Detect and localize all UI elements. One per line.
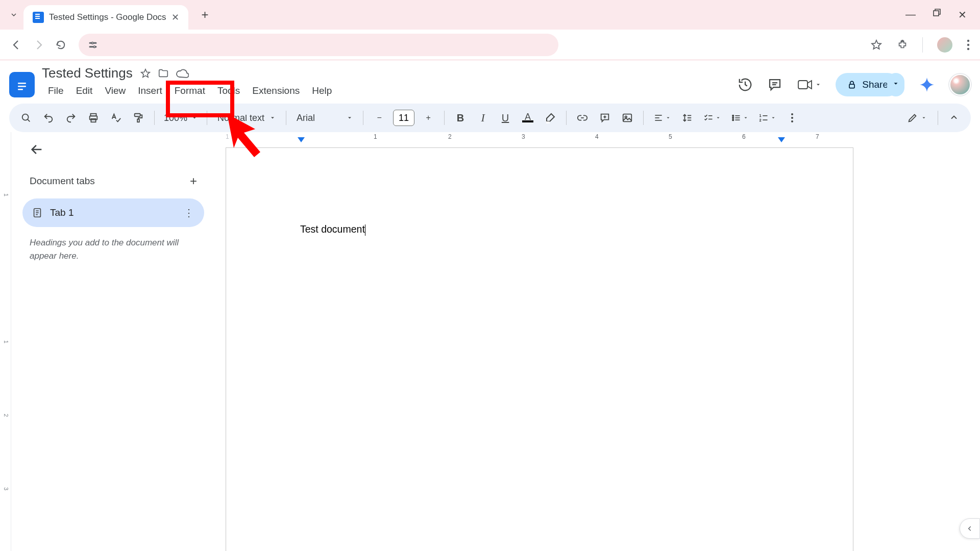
svg-marker-64 xyxy=(923,117,925,119)
add-comment-icon[interactable] xyxy=(595,108,615,128)
share-dropdown[interactable] xyxy=(887,73,904,96)
move-icon[interactable] xyxy=(157,68,169,79)
docs-favicon-icon xyxy=(33,12,44,23)
tab-label: Tab 1 xyxy=(50,207,74,218)
hide-menus-icon[interactable] xyxy=(944,108,964,128)
chrome-menu-icon[interactable] xyxy=(967,39,970,51)
lock-icon xyxy=(847,80,857,90)
toolbar: 100% Normal text Arial − + B I U A 12 xyxy=(9,104,971,132)
svg-marker-31 xyxy=(193,117,196,119)
new-tab-button[interactable]: + xyxy=(195,5,215,24)
svg-marker-70 xyxy=(227,114,260,157)
italic-button[interactable]: I xyxy=(473,108,493,128)
document-title[interactable]: Tested Settings xyxy=(42,65,133,81)
profile-avatar[interactable] xyxy=(937,37,952,53)
account-avatar[interactable] xyxy=(949,74,971,95)
right-indent-marker[interactable] xyxy=(778,137,785,142)
undo-icon[interactable] xyxy=(39,108,58,128)
spellcheck-icon[interactable] xyxy=(106,108,126,128)
sidebar-back-icon[interactable] xyxy=(30,142,204,157)
svg-rect-0 xyxy=(934,11,939,16)
zoom-select[interactable]: 100% xyxy=(161,113,201,123)
svg-rect-36 xyxy=(623,114,632,122)
svg-point-6 xyxy=(93,45,95,47)
menu-help[interactable]: Help xyxy=(306,83,338,98)
svg-point-23 xyxy=(22,114,29,120)
window-maximize-icon[interactable] xyxy=(933,9,941,21)
horizontal-ruler[interactable]: 1 1 2 3 4 5 6 7 xyxy=(215,132,980,143)
svg-marker-20 xyxy=(817,84,820,85)
align-button[interactable] xyxy=(650,108,674,128)
browser-tab[interactable]: Tested Settings - Google Docs ✕ xyxy=(23,5,188,30)
window-minimize-icon[interactable]: ― xyxy=(905,9,916,21)
text-color-button[interactable]: A xyxy=(518,108,537,128)
menu-extensions[interactable]: Extensions xyxy=(246,83,306,98)
nav-reload-button[interactable] xyxy=(55,39,66,51)
svg-marker-15 xyxy=(141,69,150,77)
cloud-status-icon[interactable] xyxy=(176,68,189,79)
menu-format[interactable]: Format xyxy=(168,83,211,98)
nav-back-button[interactable] xyxy=(10,39,22,51)
svg-line-24 xyxy=(28,119,30,121)
tab-close-icon[interactable]: ✕ xyxy=(172,12,179,23)
menu-insert[interactable]: Insert xyxy=(132,83,168,98)
left-indent-marker[interactable] xyxy=(298,137,305,142)
tab-title: Tested Settings - Google Docs xyxy=(49,12,166,22)
star-icon[interactable] xyxy=(140,68,151,79)
menu-edit[interactable]: Edit xyxy=(70,83,99,98)
text-cursor xyxy=(365,224,365,236)
svg-point-9 xyxy=(967,39,969,41)
svg-rect-13 xyxy=(18,86,26,87)
docs-logo-icon[interactable] xyxy=(9,72,35,97)
increase-font-size[interactable]: + xyxy=(419,108,438,128)
insert-link-icon[interactable] xyxy=(573,108,592,128)
search-menus-icon[interactable] xyxy=(16,108,36,128)
svg-point-50 xyxy=(732,117,734,119)
svg-point-61 xyxy=(791,113,793,115)
redo-icon[interactable] xyxy=(61,108,81,128)
svg-point-49 xyxy=(732,115,734,117)
decrease-font-size[interactable]: − xyxy=(370,108,389,128)
meet-icon[interactable] xyxy=(797,78,821,91)
more-toolbar-icon[interactable] xyxy=(782,108,802,128)
paint-format-icon[interactable] xyxy=(129,108,148,128)
underline-button[interactable]: U xyxy=(496,108,515,128)
document-body-text[interactable]: Test document xyxy=(300,223,365,236)
comments-icon[interactable] xyxy=(767,77,782,92)
svg-rect-12 xyxy=(18,83,26,84)
menu-tools[interactable]: Tools xyxy=(211,83,246,98)
editing-mode-button[interactable] xyxy=(902,108,932,128)
menu-file[interactable]: File xyxy=(42,83,70,98)
gemini-icon[interactable] xyxy=(919,77,935,93)
add-tab-icon[interactable]: + xyxy=(190,174,197,188)
line-spacing-icon[interactable] xyxy=(677,108,697,128)
svg-marker-22 xyxy=(894,83,898,85)
menu-view[interactable]: View xyxy=(99,83,132,98)
document-page[interactable]: Test document xyxy=(226,147,853,551)
version-history-icon[interactable] xyxy=(738,77,753,92)
document-tab-1[interactable]: Tab 1 ⋮ xyxy=(22,198,204,227)
svg-marker-41 xyxy=(667,117,670,119)
highlight-color-button[interactable] xyxy=(541,108,560,128)
svg-marker-33 xyxy=(348,117,351,119)
outline-sidebar: Document tabs + Tab 1 ⋮ Headings you add… xyxy=(11,132,215,551)
bold-button[interactable]: B xyxy=(451,108,470,128)
side-panel-toggle[interactable] xyxy=(960,518,980,539)
outline-hint: Headings you add to the document will ap… xyxy=(30,236,197,262)
bulleted-list-icon[interactable] xyxy=(727,108,752,128)
address-bar[interactable] xyxy=(79,34,558,56)
checklist-icon[interactable] xyxy=(700,108,724,128)
tab-search-button[interactable] xyxy=(6,7,21,22)
font-size-input[interactable] xyxy=(393,110,414,126)
print-icon[interactable] xyxy=(84,108,103,128)
svg-point-11 xyxy=(967,47,969,49)
insert-image-icon[interactable] xyxy=(618,108,637,128)
window-close-icon[interactable]: ✕ xyxy=(958,9,967,21)
extensions-icon[interactable] xyxy=(897,39,908,51)
svg-point-10 xyxy=(967,43,969,45)
nav-forward-button[interactable] xyxy=(33,39,45,51)
font-select[interactable]: Arial xyxy=(292,113,357,123)
numbered-list-icon[interactable]: 12 xyxy=(755,108,779,128)
bookmark-star-icon[interactable] xyxy=(870,39,883,51)
tab-options-icon[interactable]: ⋮ xyxy=(184,207,195,219)
